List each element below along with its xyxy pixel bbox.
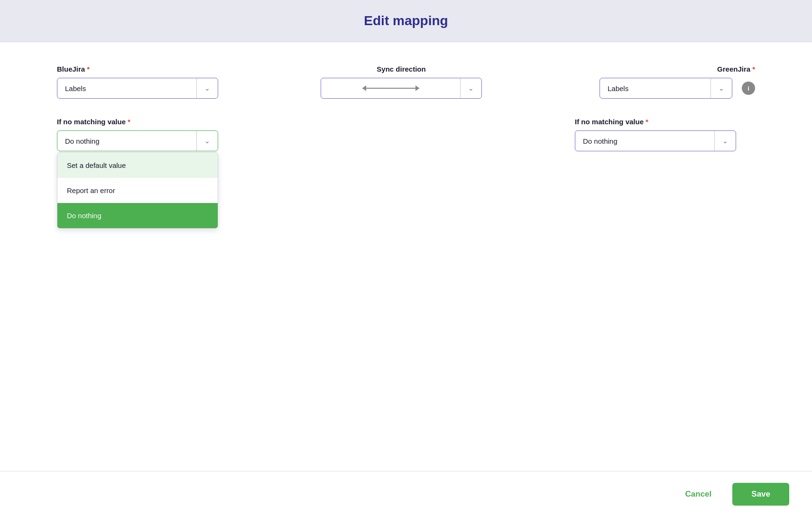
modal-title: Edit mapping [0,13,812,28]
chevron-down-icon: ⌄ [204,84,210,92]
no-match-dropdown-menu: Set a default value Report an error Do n… [57,152,218,229]
modal-header: Edit mapping [0,0,812,42]
no-match-left-group: If no matching value* Do nothing ⌄ Set a… [57,118,218,151]
blue-jira-label: BlueJira* [57,65,218,73]
no-match-right-group: If no matching value* Do nothing ⌄ [575,118,736,151]
bidirectional-arrow-icon [362,88,419,89]
green-jira-select[interactable]: Labels ⌄ [600,78,732,99]
green-jira-field-group: GreenJira* Labels ⌄ i [584,65,755,99]
chevron-down-icon: ⌄ [468,84,474,92]
green-jira-value: Labels [600,84,710,92]
cancel-button[interactable]: Cancel [676,485,721,504]
sync-direction-select[interactable]: ⌄ [321,78,482,99]
no-match-right-chevron[interactable]: ⌄ [715,137,736,145]
no-match-left-chevron[interactable]: ⌄ [197,137,218,145]
no-match-right-select[interactable]: Do nothing ⌄ [575,130,736,151]
info-icon[interactable]: i [742,82,755,95]
no-match-right-label: If no matching value* [575,118,736,126]
blue-jira-field-group: BlueJira* Labels ⌄ [57,65,218,99]
no-match-left-label: If no matching value* [57,118,218,126]
blue-jira-value: Labels [57,84,196,92]
sync-direction-label: Sync direction [377,65,425,73]
blue-jira-chevron[interactable]: ⌄ [197,84,218,92]
save-button[interactable]: Save [732,483,789,506]
no-match-row: If no matching value* Do nothing ⌄ Set a… [57,118,755,151]
sync-direction-field-group: Sync direction ⌄ [321,65,482,99]
blue-jira-select[interactable]: Labels ⌄ [57,78,218,99]
chevron-down-icon: ⌄ [204,137,210,145]
sync-direction-chevron[interactable]: ⌄ [461,84,481,92]
modal-body: BlueJira* Labels ⌄ Sync direction ⌄ [0,42,812,471]
no-match-left-value: Do nothing [57,137,196,145]
green-jira-chevron[interactable]: ⌄ [711,84,732,92]
green-jira-select-row: Labels ⌄ i [600,78,755,99]
dropdown-item-report-error[interactable]: Report an error [57,178,218,203]
sync-arrow [321,88,460,89]
no-match-left-select[interactable]: Do nothing ⌄ [57,130,218,151]
no-match-right-value: Do nothing [575,137,714,145]
green-jira-label: GreenJira* [717,65,755,73]
top-fields-row: BlueJira* Labels ⌄ Sync direction ⌄ [57,65,755,99]
chevron-down-icon: ⌄ [719,84,724,92]
chevron-down-icon: ⌄ [722,137,728,145]
dropdown-item-do-nothing[interactable]: Do nothing [57,203,218,228]
dropdown-item-set-default[interactable]: Set a default value [57,153,218,178]
modal-footer: Cancel Save [0,471,812,517]
